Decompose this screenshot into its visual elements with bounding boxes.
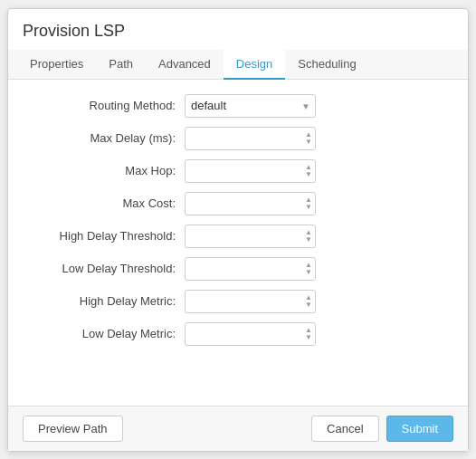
low-delay-metric-control: ▲▼ [185, 322, 316, 346]
routing-method-label: Routing Method: [26, 99, 185, 112]
form-body: Routing Method: default dynamic explicit… [8, 80, 468, 406]
max-cost-control: ▲▼ [185, 192, 316, 215]
max-delay-control: ▲▼ [185, 127, 316, 150]
routing-method-select[interactable]: default dynamic explicit [185, 94, 316, 118]
tab-advanced[interactable]: Advanced [146, 50, 224, 80]
cancel-button[interactable]: Cancel [311, 416, 378, 442]
high-delay-threshold-row: High Delay Threshold: ▲▼ [26, 225, 450, 248]
tab-path[interactable]: Path [96, 50, 146, 80]
routing-method-control: default dynamic explicit ▼ [185, 94, 316, 118]
high-delay-metric-row: High Delay Metric: ▲▼ [26, 290, 450, 313]
low-delay-threshold-row: Low Delay Threshold: ▲▼ [26, 257, 450, 281]
dialog-footer: Preview Path Cancel Submit [8, 406, 468, 451]
low-delay-metric-input[interactable] [185, 322, 316, 346]
tab-scheduling[interactable]: Scheduling [285, 50, 368, 80]
max-hop-row: Max Hop: ▲▼ [26, 159, 450, 183]
tab-design[interactable]: Design [224, 50, 285, 80]
footer-right-buttons: Cancel Submit [311, 416, 453, 442]
high-delay-threshold-input[interactable] [185, 225, 316, 248]
max-delay-label: Max Delay (ms): [26, 131, 185, 145]
high-delay-metric-label: High Delay Metric: [26, 294, 185, 308]
high-delay-threshold-label: High Delay Threshold: [26, 229, 185, 243]
low-delay-metric-row: Low Delay Metric: ▲▼ [26, 322, 450, 346]
low-delay-threshold-input[interactable] [185, 257, 316, 281]
high-delay-threshold-control: ▲▼ [185, 225, 316, 248]
high-delay-metric-input[interactable] [185, 290, 316, 313]
provision-lsp-dialog: Provision LSP Properties Path Advanced D… [7, 8, 469, 452]
max-hop-control: ▲▼ [185, 159, 316, 183]
max-delay-row: Max Delay (ms): ▲▼ [26, 127, 450, 150]
high-delay-metric-control: ▲▼ [185, 290, 316, 313]
low-delay-threshold-control: ▲▼ [185, 257, 316, 281]
preview-path-button[interactable]: Preview Path [23, 416, 123, 442]
low-delay-threshold-label: Low Delay Threshold: [26, 262, 185, 275]
max-hop-input[interactable] [185, 159, 316, 183]
max-hop-label: Max Hop: [26, 164, 185, 177]
tab-bar: Properties Path Advanced Design Scheduli… [8, 50, 468, 80]
low-delay-metric-label: Low Delay Metric: [26, 327, 185, 340]
max-cost-row: Max Cost: ▲▼ [26, 192, 450, 215]
dialog-title: Provision LSP [8, 9, 468, 50]
max-delay-input[interactable] [185, 127, 316, 150]
tab-properties[interactable]: Properties [17, 50, 96, 80]
max-cost-input[interactable] [185, 192, 316, 215]
submit-button[interactable]: Submit [386, 416, 453, 442]
max-cost-label: Max Cost: [26, 196, 185, 210]
routing-method-row: Routing Method: default dynamic explicit… [26, 94, 450, 118]
